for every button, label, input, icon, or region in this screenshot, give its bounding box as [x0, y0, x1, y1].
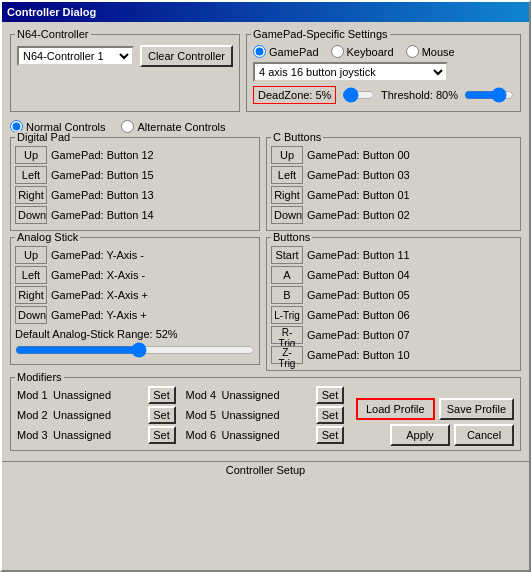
as-left-value: GamePad: X-Axis -: [51, 269, 145, 281]
as-down-button[interactable]: Down: [15, 306, 47, 324]
cancel-button[interactable]: Cancel: [454, 424, 514, 446]
profile-buttons-row: Load Profile Save Profile: [354, 398, 514, 420]
dp-row-right: Right GamePad: Button 13: [15, 186, 255, 204]
btn-row-start: Start GamePad: Button 11: [271, 246, 516, 264]
mod1-set-button[interactable]: Set: [148, 386, 176, 404]
cb-row-right: Right GamePad: Button 01: [271, 186, 516, 204]
btn-ltrig-button[interactable]: L-Trig: [271, 306, 303, 324]
buttons-label: Buttons: [271, 231, 312, 243]
n64-controller-select[interactable]: N64-Controller 1: [17, 46, 134, 66]
btn-row-a: A GamePad: Button 04: [271, 266, 516, 284]
cb-down-button[interactable]: Down: [271, 206, 303, 224]
dp-down-button[interactable]: Down: [15, 206, 47, 224]
as-left-button[interactable]: Left: [15, 266, 47, 284]
modifiers-rows: Mod 1 Unassigned Set Mod 2 Unassigned Se…: [17, 386, 514, 446]
dp-right-value: GamePad: Button 13: [51, 189, 154, 201]
dp-up-value: GamePad: Button 12: [51, 149, 154, 161]
btn-row-b: B GamePad: Button 05: [271, 286, 516, 304]
c-buttons-rows: Up GamePad: Button 00 Left GamePad: Butt…: [271, 146, 516, 224]
btn-b-button[interactable]: B: [271, 286, 303, 304]
deadzone-button[interactable]: DeadZone: 5%: [253, 86, 336, 104]
dp-right-button[interactable]: Right: [15, 186, 47, 204]
status-bar: Controller Setup: [2, 461, 529, 478]
threshold-slider[interactable]: [464, 87, 514, 103]
radio-gamepad[interactable]: GamePad: [253, 45, 319, 58]
dp-row-up: Up GamePad: Button 12: [15, 146, 255, 164]
load-profile-button[interactable]: Load Profile: [356, 398, 435, 420]
radio-mouse[interactable]: Mouse: [406, 45, 455, 58]
cb-up-button[interactable]: Up: [271, 146, 303, 164]
as-up-button[interactable]: Up: [15, 246, 47, 264]
as-right-button[interactable]: Right: [15, 286, 47, 304]
c-buttons-label: C Buttons: [271, 131, 323, 143]
n64-controller-label: N64-Controller: [15, 28, 91, 40]
buttons-rows: Start GamePad: Button 11 A GamePad: Butt…: [271, 246, 516, 364]
modifiers-col1: Mod 1 Unassigned Set Mod 2 Unassigned Se…: [17, 386, 176, 446]
analog-range-label: Default Analog-Stick Range: 52%: [15, 328, 178, 340]
modifiers-group: Modifiers Mod 1 Unassigned Set Mod 2 Una…: [10, 377, 521, 451]
dp-row-left: Left GamePad: Button 15: [15, 166, 255, 184]
dp-down-value: GamePad: Button 14: [51, 209, 154, 221]
title-text: Controller Dialog: [7, 6, 96, 18]
mod2-set-button[interactable]: Set: [148, 406, 176, 424]
threshold-label: Threshold: 80%: [381, 89, 458, 101]
mod-row-2: Mod 2 Unassigned Set: [17, 406, 176, 424]
btn-start-value: GamePad: Button 11: [307, 249, 410, 261]
digital-pad-group: Digital Pad Up GamePad: Button 12 Left G…: [10, 137, 260, 231]
cb-left-button[interactable]: Left: [271, 166, 303, 184]
btn-row-rtrig: R-Trig GamePad: Button 07: [271, 326, 516, 344]
status-text: Controller Setup: [226, 464, 306, 476]
modifiers-col2: Mod 4 Unassigned Set Mod 5 Unassigned Se…: [186, 386, 345, 446]
dp-left-button[interactable]: Left: [15, 166, 47, 184]
title-bar: Controller Dialog: [2, 2, 529, 22]
mod-row-1: Mod 1 Unassigned Set: [17, 386, 176, 404]
mod4-value: Unassigned: [222, 389, 313, 401]
mod1-name: Mod 1: [17, 389, 49, 401]
save-profile-button[interactable]: Save Profile: [439, 398, 514, 420]
btn-rtrig-button[interactable]: R-Trig: [271, 326, 303, 344]
btn-a-button[interactable]: A: [271, 266, 303, 284]
btn-ztrig-value: GamePad: Button 10: [307, 349, 410, 361]
deadzone-slider[interactable]: [342, 87, 375, 103]
clear-controller-button[interactable]: Clear Controller: [140, 45, 233, 67]
alternate-controls-radio[interactable]: Alternate Controls: [121, 120, 225, 133]
digital-pad-rows: Up GamePad: Button 12 Left GamePad: Butt…: [15, 146, 255, 224]
mod6-name: Mod 6: [186, 429, 218, 441]
mod6-set-button[interactable]: Set: [316, 426, 344, 444]
as-down-value: GamePad: Y-Axis +: [51, 309, 147, 321]
mod5-name: Mod 5: [186, 409, 218, 421]
cb-right-button[interactable]: Right: [271, 186, 303, 204]
mod-row-3: Mod 3 Unassigned Set: [17, 426, 176, 444]
as-row-left: Left GamePad: X-Axis -: [15, 266, 255, 284]
joystick-select[interactable]: 4 axis 16 button joystick: [253, 62, 448, 82]
btn-a-value: GamePad: Button 04: [307, 269, 410, 281]
mod-row-6: Mod 6 Unassigned Set: [186, 426, 345, 444]
mod1-value: Unassigned: [53, 389, 144, 401]
btn-row-ztrig: Z-Trig GamePad: Button 10: [271, 346, 516, 364]
btn-b-value: GamePad: Button 05: [307, 289, 410, 301]
dp-up-button[interactable]: Up: [15, 146, 47, 164]
cb-row-left: Left GamePad: Button 03: [271, 166, 516, 184]
analog-range-slider[interactable]: [15, 342, 255, 358]
as-row-right: Right GamePad: X-Axis +: [15, 286, 255, 304]
gamepad-settings-label: GamePad-Specific Settings: [251, 28, 390, 40]
digital-pad-label: Digital Pad: [15, 131, 72, 143]
apply-button[interactable]: Apply: [390, 424, 450, 446]
alternate-controls-label: Alternate Controls: [137, 121, 225, 133]
gamepad-settings-group: GamePad-Specific Settings GamePad Keyboa…: [246, 34, 521, 112]
radio-keyboard[interactable]: Keyboard: [331, 45, 394, 58]
mod5-set-button[interactable]: Set: [316, 406, 344, 424]
cb-row-down: Down GamePad: Button 02: [271, 206, 516, 224]
analog-stick-label: Analog Stick: [15, 231, 80, 243]
btn-ztrig-button[interactable]: Z-Trig: [271, 346, 303, 364]
dp-row-down: Down GamePad: Button 14: [15, 206, 255, 224]
mod4-set-button[interactable]: Set: [316, 386, 344, 404]
as-right-value: GamePad: X-Axis +: [51, 289, 148, 301]
btn-start-button[interactable]: Start: [271, 246, 303, 264]
deadzone-slider-container: [342, 87, 375, 103]
mod2-value: Unassigned: [53, 409, 144, 421]
as-row-down: Down GamePad: Y-Axis +: [15, 306, 255, 324]
controller-dialog-window: Controller Dialog N64-Controller N64-Con…: [0, 0, 531, 572]
as-up-value: GamePad: Y-Axis -: [51, 249, 144, 261]
mod3-set-button[interactable]: Set: [148, 426, 176, 444]
